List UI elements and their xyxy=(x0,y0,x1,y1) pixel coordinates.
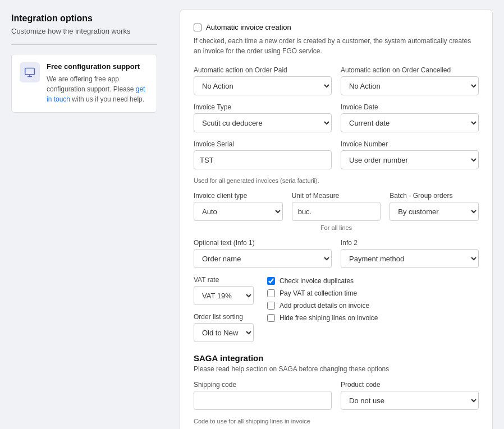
add-product-checkbox[interactable] xyxy=(267,302,275,310)
invoice-serial-input[interactable]: TST xyxy=(194,150,332,169)
batch-select[interactable]: By customer xyxy=(390,202,479,221)
batch-group: Batch - Group orders By customer xyxy=(390,192,479,221)
invoice-date-label: Invoice Date xyxy=(341,103,479,111)
auto-invoice-row: Automatic invoice creation xyxy=(194,23,479,31)
main-content: Automatic invoice creation If checked, e… xyxy=(168,0,504,429)
invoice-serial-group: Invoice Serial TST xyxy=(194,140,332,169)
check-duplicates-label: Check invoice duplicates xyxy=(280,277,354,285)
hide-shipping-label: Hide free shiping lines on invoice xyxy=(280,314,378,322)
sidebar-subtitle: Customize how the integration works xyxy=(11,27,157,35)
support-card: Free configuration support We are offeri… xyxy=(11,54,157,113)
product-code-select[interactable]: Do not use xyxy=(341,391,479,410)
auto-invoice-checkbox[interactable] xyxy=(194,24,201,31)
vat-rate-group: VAT rate VAT 19% xyxy=(194,276,254,305)
check-duplicates-checkbox[interactable] xyxy=(267,277,275,285)
sidebar-divider xyxy=(11,44,157,45)
auto-invoice-label: Automatic invoice creation xyxy=(206,23,291,31)
vat-left: VAT rate VAT 19% Order list sorting Old … xyxy=(194,276,254,342)
serial-hint: Used for all generated invoices (seria f… xyxy=(194,177,479,184)
info2-group: Info 2 Payment method xyxy=(341,239,479,268)
support-card-description: We are offering free app configuration s… xyxy=(47,74,149,104)
vat-section: VAT rate VAT 19% Order list sorting Old … xyxy=(194,276,479,342)
invoice-serial-label: Invoice Serial xyxy=(194,140,332,148)
svg-rect-0 xyxy=(25,68,35,75)
shipping-code-hint: Code to use for all shipping lines in in… xyxy=(194,418,479,425)
hide-shipping-item: Hide free shiping lines on invoice xyxy=(267,314,378,322)
serial-number-row: Invoice Serial TST Invoice Number Use or… xyxy=(194,140,479,169)
add-product-item: Add product details on invoice xyxy=(267,302,378,310)
add-product-label: Add product details on invoice xyxy=(280,302,369,310)
info2-select[interactable]: Payment method xyxy=(341,249,479,268)
order-sorting-group: Order list sorting Old to New xyxy=(194,313,254,342)
action-cancelled-select[interactable]: No Action xyxy=(341,76,479,95)
invoice-date-group: Invoice Date Current date xyxy=(341,103,479,132)
info-row: Optional text (Info 1) Order name Info 2… xyxy=(194,239,479,268)
client-type-select[interactable]: Auto xyxy=(194,202,283,221)
shipping-code-input[interactable] xyxy=(194,391,332,410)
invoice-date-select[interactable]: Current date xyxy=(341,113,479,132)
uom-input[interactable]: buc. xyxy=(292,202,381,221)
invoice-number-select[interactable]: Use order number xyxy=(341,150,479,169)
saga-section: SAGA integration Please read help sectio… xyxy=(194,353,479,425)
invoice-type-label: Invoice Type xyxy=(194,103,332,111)
support-card-body: Free configuration support We are offeri… xyxy=(47,62,149,104)
action-paid-label: Automatic action on Order Paid xyxy=(194,66,332,74)
product-code-group: Product code Do not use xyxy=(341,381,479,410)
pay-vat-item: Pay VAT at collection time xyxy=(267,289,378,297)
client-uom-batch-row: Invoice client type Auto Unit of Measure… xyxy=(194,192,479,221)
action-paid-group: Automatic action on Order Paid No Action xyxy=(194,66,332,95)
optional-text-group: Optional text (Info 1) Order name xyxy=(194,239,332,268)
hide-shipping-checkbox[interactable] xyxy=(267,314,275,322)
saga-desc: Please read help section on SAGA before … xyxy=(194,365,479,373)
action-cancelled-label: Automatic action on Order Cancelled xyxy=(341,66,479,74)
batch-label: Batch - Group orders xyxy=(390,192,479,200)
checkboxes-group: Check invoice duplicates Pay VAT at coll… xyxy=(267,276,378,322)
for-all-lines-hint: For all lines xyxy=(194,224,479,231)
action-cancelled-group: Automatic action on Order Cancelled No A… xyxy=(341,66,479,95)
order-sorting-select[interactable]: Old to New xyxy=(194,323,254,342)
uom-group: Unit of Measure buc. xyxy=(292,192,381,221)
invoice-type-select[interactable]: Scutit cu deducere xyxy=(194,113,332,132)
pay-vat-checkbox[interactable] xyxy=(267,289,275,297)
check-duplicates-item: Check invoice duplicates xyxy=(267,277,378,285)
sidebar: Integration options Customize how the in… xyxy=(0,0,168,429)
optional-text-select[interactable]: Order name xyxy=(194,249,332,268)
pay-vat-label: Pay VAT at collection time xyxy=(280,289,357,297)
info2-label: Info 2 xyxy=(341,239,479,247)
vat-rate-label: VAT rate xyxy=(194,276,254,284)
uom-label: Unit of Measure xyxy=(292,192,381,200)
invoice-type-date-row: Invoice Type Scutit cu deducere Invoice … xyxy=(194,103,479,132)
saga-fields-row: Shipping code Product code Do not use xyxy=(194,381,479,410)
support-card-title: Free configuration support xyxy=(47,62,149,71)
main-panel: Automatic invoice creation If checked, e… xyxy=(180,9,493,429)
product-code-label: Product code xyxy=(341,381,479,389)
shipping-code-label: Shipping code xyxy=(194,381,332,389)
order-sorting-label: Order list sorting xyxy=(194,313,254,321)
client-type-label: Invoice client type xyxy=(194,192,283,200)
invoice-number-group: Invoice Number Use order number xyxy=(341,140,479,169)
sidebar-title: Integration options xyxy=(11,13,157,24)
vat-rate-select[interactable]: VAT 19% xyxy=(194,286,254,305)
shipping-code-group: Shipping code xyxy=(194,381,332,410)
support-icon xyxy=(20,62,40,82)
action-row: Automatic action on Order Paid No Action… xyxy=(194,66,479,95)
client-type-group: Invoice client type Auto xyxy=(194,192,283,221)
optional-text-label: Optional text (Info 1) xyxy=(194,239,332,247)
auto-invoice-description: If checked, each time a new order is cre… xyxy=(194,36,479,56)
saga-title: SAGA integration xyxy=(194,353,479,363)
invoice-type-group: Invoice Type Scutit cu deducere xyxy=(194,103,332,132)
invoice-number-label: Invoice Number xyxy=(341,140,479,148)
action-paid-select[interactable]: No Action xyxy=(194,76,332,95)
